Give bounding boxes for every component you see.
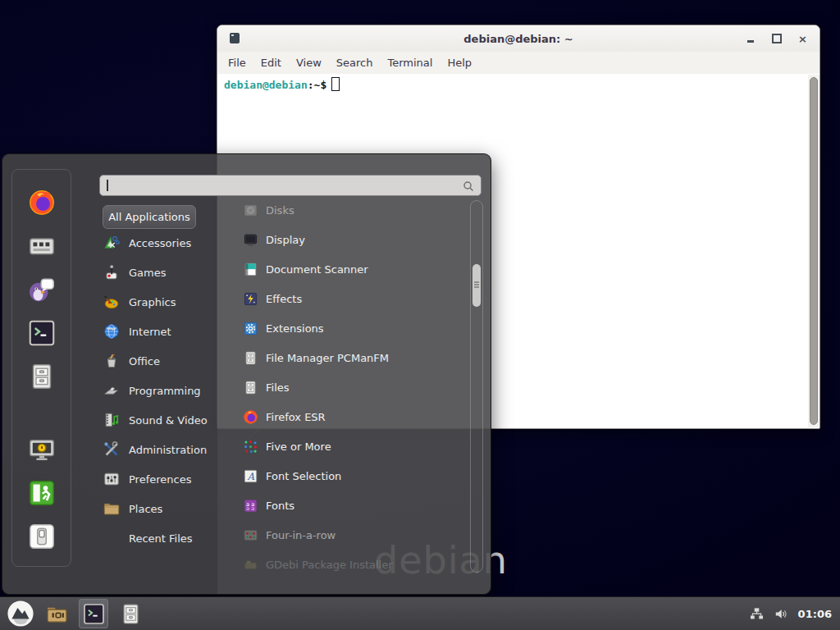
taskbar-file-browser-button[interactable] (42, 599, 71, 628)
application-list: Disks Display Document Scanner Effects E… (230, 195, 466, 579)
volume-tray-button[interactable] (774, 606, 789, 622)
app-label: Five or More (266, 441, 331, 453)
preferences-icon (103, 470, 121, 488)
terminal-scrollbar[interactable] (808, 75, 819, 427)
category-label: Games (129, 267, 166, 279)
recent-files-icon-placeholder (103, 529, 121, 547)
app-item-file-manager-pcmanfm[interactable]: File Manager PCManFM (230, 343, 466, 372)
app-item-five-or-more[interactable]: Five or More (230, 431, 466, 461)
prompt-path: :~$ (308, 79, 326, 91)
category-label: Accessories (129, 237, 191, 249)
app-item-fonts[interactable]: a aa a Fonts (230, 491, 466, 520)
sound-video-icon (103, 411, 121, 429)
category-label: Programming (129, 385, 201, 397)
lock-screen-icon[interactable] (27, 435, 57, 464)
terminal-icon[interactable] (27, 318, 57, 348)
app-label: Disks (266, 204, 294, 217)
app-item-gdebi-package-installer[interactable]: GDebi Package Installer (230, 550, 466, 579)
category-games[interactable]: Games (103, 258, 227, 287)
category-all-applications[interactable]: All Applications (103, 205, 196, 229)
menu-search[interactable]: Search (329, 54, 381, 71)
firefox-icon (243, 409, 258, 425)
network-tray-button[interactable] (749, 606, 765, 622)
four-in-a-row-icon (243, 527, 258, 543)
software-manager-icon[interactable] (27, 231, 57, 261)
category-label: Internet (129, 326, 171, 338)
taskbar-file-cabinet-button[interactable] (116, 599, 145, 628)
category-programming[interactable]: Programming (103, 376, 227, 405)
search-input[interactable] (99, 175, 482, 196)
app-item-files[interactable]: Files (230, 372, 466, 402)
font-selection-icon: A (243, 468, 258, 484)
menu-file[interactable]: File (221, 54, 253, 71)
minimize-icon (747, 40, 754, 43)
desktop: debian debian@debian: ~ × File Edit View… (0, 0, 840, 630)
file-manager-icon (243, 350, 258, 366)
app-item-extensions[interactable]: Extensions (230, 313, 466, 343)
app-label: Document Scanner (266, 263, 368, 276)
category-accessories[interactable]: Accessories (103, 228, 227, 258)
menu-help[interactable]: Help (440, 54, 479, 71)
document-scanner-icon (243, 262, 258, 277)
network-icon (749, 606, 765, 622)
volume-icon (774, 606, 789, 622)
graphics-icon (103, 293, 121, 311)
apps-scrollbar[interactable] (470, 200, 483, 573)
category-label: Office (129, 355, 160, 368)
app-item-font-selection[interactable]: A Font Selection (230, 461, 466, 491)
category-label: Graphics (129, 296, 176, 308)
file-cabinet-icon[interactable] (27, 362, 57, 391)
minimize-button[interactable] (743, 32, 757, 46)
menu-view[interactable]: View (289, 54, 329, 71)
maximize-icon (772, 34, 782, 43)
category-places[interactable]: Places (103, 494, 227, 523)
fonts-icon: a aa a (243, 498, 258, 514)
category-recent-files[interactable]: Recent Files (103, 523, 227, 553)
category-graphics[interactable]: Graphics (103, 287, 227, 317)
favorites-sidebar (11, 169, 71, 567)
games-icon (103, 263, 121, 281)
extensions-icon (243, 321, 258, 336)
terminal-menubar: File Edit View Search Terminal Help (217, 52, 819, 74)
logout-icon[interactable] (27, 478, 57, 508)
maximize-button[interactable] (769, 32, 783, 46)
category-internet[interactable]: Internet (103, 317, 227, 346)
terminal-scrollbar-thumb[interactable] (810, 77, 818, 425)
office-icon (103, 352, 121, 370)
programming-icon (103, 381, 121, 399)
shell-prompt: debian@debian:~$ (224, 77, 340, 91)
category-office[interactable]: Office (103, 346, 227, 376)
app-item-display[interactable]: Display (230, 225, 466, 254)
close-button[interactable]: × (796, 32, 810, 46)
app-item-document-scanner[interactable]: Document Scanner (230, 254, 466, 284)
menu-terminal[interactable]: Terminal (380, 54, 440, 71)
menu-button[interactable] (7, 600, 34, 628)
folder-icon (45, 602, 69, 626)
places-icon (103, 500, 121, 518)
category-label: Recent Files (129, 532, 193, 545)
app-item-effects[interactable]: Effects (230, 284, 466, 313)
category-label: Administration (129, 444, 207, 456)
category-sound-video[interactable]: Sound & Video (103, 405, 227, 435)
application-menu: All Applications Accessories Games Graph… (2, 153, 491, 595)
apps-scrollbar-thumb[interactable] (472, 264, 481, 307)
category-label: Sound & Video (129, 414, 208, 427)
shutdown-icon[interactable] (27, 522, 57, 551)
file-cabinet-icon (119, 602, 143, 626)
category-label: Places (129, 503, 162, 515)
taskbar-terminal-button[interactable] (79, 599, 108, 628)
app-item-firefox-esr[interactable]: Firefox ESR (230, 402, 466, 431)
menu-edit[interactable]: Edit (253, 54, 289, 71)
pidgin-icon[interactable] (27, 275, 57, 304)
app-item-four-in-a-row[interactable]: Four-in-a-row (230, 520, 466, 550)
app-label: File Manager PCManFM (266, 352, 389, 364)
firefox-icon[interactable] (27, 188, 57, 217)
disks-icon (243, 203, 258, 218)
app-label: Fonts (266, 500, 294, 512)
app-item-disks[interactable]: Disks (230, 195, 466, 225)
terminal-titlebar[interactable]: debian@debian: ~ × (217, 25, 819, 52)
taskbar-clock[interactable]: 01:06 (798, 608, 832, 620)
terminal-icon (82, 602, 106, 626)
category-administration[interactable]: Administration (103, 435, 227, 464)
category-preferences[interactable]: Preferences (103, 464, 227, 494)
